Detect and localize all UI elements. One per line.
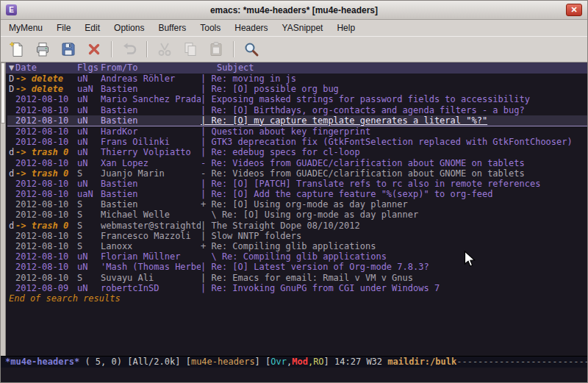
message-row[interactable]: 2012-08-10uNBastien| Re: [O] Birthdays, … (7, 105, 587, 115)
message-subject: | Re: moving in js (201, 74, 587, 84)
window-close-button[interactable]: ✕ (566, 4, 582, 16)
message-flags: uN (77, 137, 101, 147)
message-row[interactable]: 2012-08-10SMichael Welle \ Re: [O] Using… (7, 210, 587, 220)
message-row[interactable]: d-> trash 0SJuanjo Marin- Re: Videos fro… (7, 168, 587, 179)
message-row[interactable]: d-> trash 0Swebmaster@straightd...| The … (7, 221, 587, 231)
message-row[interactable]: 2012-08-10uNMario Sanchez Prada| Exposin… (7, 94, 587, 104)
toolbar (1, 36, 587, 62)
message-subject: | Re: [O] Latest version of Org-mode 7.8… (201, 262, 587, 272)
message-from: 'Mash (Thomas Herbert) (101, 262, 201, 272)
search-icon (243, 40, 260, 58)
search-button[interactable] (241, 39, 262, 60)
message-row[interactable]: 2012-08-10uNHardKor| Question about key … (7, 126, 587, 137)
menu-item-headers[interactable]: Headers (229, 21, 273, 35)
message-subject: \ Re: Compiling glib applications (201, 251, 587, 262)
message-from: Mario Sanchez Prada (101, 94, 201, 104)
message-mark (7, 262, 15, 272)
message-date: 2012-08-10 (15, 210, 77, 220)
undo-icon (121, 40, 138, 58)
message-from: Bastien (101, 84, 201, 94)
message-from: Juanjo Marin (101, 168, 201, 179)
column-header-from[interactable]: From/To (101, 62, 201, 74)
message-row[interactable]: 2012-08-10uNXan Lopez- Re: Videos from G… (7, 158, 587, 168)
message-row[interactable]: d-> trash 0uNThierry Volpiatto| Re: edeb… (7, 147, 587, 157)
message-mark: D (7, 74, 15, 84)
menu-item-buffers[interactable]: Buffers (152, 21, 192, 35)
message-row[interactable]: 2012-08-10uN'Mash (Thomas Herbert)| Re: … (7, 262, 587, 272)
message-row[interactable]: 2012-08-10uNFrans Oilinki| GTK3 deprecat… (7, 137, 587, 147)
message-date: -> delete (15, 74, 77, 84)
message-flags: uN (77, 74, 101, 84)
close-buffer-button[interactable] (84, 39, 104, 60)
scrollbar-thumb[interactable] (1, 62, 5, 124)
message-date: 2012-08-10 (15, 241, 77, 251)
message-mark (7, 283, 15, 293)
print-icon (34, 40, 51, 58)
column-header-date[interactable]: Date (15, 62, 77, 74)
new-file-button[interactable] (7, 39, 27, 60)
message-row[interactable]: 2012-08-10uNBastien| Re: [O] my capture … (7, 115, 587, 126)
menu-item-options[interactable]: Options (108, 21, 150, 35)
cut-icon (156, 40, 173, 58)
message-mark (7, 189, 15, 199)
message-row[interactable]: 2012-08-10uNBastien| Re: [O] [PATCH] Tra… (7, 179, 587, 189)
message-row[interactable]: 2012-08-10SLanoxx+ Re: Compiling glib ap… (7, 241, 587, 251)
message-subject: | Re: [O] [PATCH] Translate refs to rc a… (201, 179, 587, 189)
modeline[interactable]: *mu4e-headers* ( 5, 0) [All/2.0k] [mu4e-… (1, 356, 587, 368)
message-row[interactable]: 2012-08-09uNrobertcInSD| Re: Invoking Gn… (7, 283, 587, 293)
message-mark (7, 115, 15, 126)
message-subject: | Exposing masked strings for password f… (201, 94, 587, 104)
modeline-segment: ---------------------------------------- (456, 357, 587, 367)
save-button[interactable] (58, 39, 79, 60)
modeline-segment: Mod (292, 357, 308, 367)
message-mark (7, 210, 15, 220)
undo-button (119, 39, 140, 60)
message-mark (7, 158, 15, 168)
menubar: MyMenuFileEditOptionsBuffersToolsHeaders… (1, 20, 587, 36)
print-button[interactable] (32, 39, 53, 60)
menu-item-yasnippet[interactable]: YASnippet (276, 21, 329, 35)
menu-item-file[interactable]: File (51, 21, 76, 35)
message-flags: S (77, 210, 101, 220)
message-mark (7, 137, 15, 147)
message-from: Bastien (101, 189, 201, 199)
modeline-segment: [All/2.0k] (127, 357, 185, 367)
column-header-flags[interactable]: Flgs (77, 62, 101, 74)
menu-item-help[interactable]: Help (331, 21, 361, 35)
sort-direction-icon[interactable]: ▼ (7, 62, 15, 74)
close-icon: ✕ (570, 5, 577, 14)
message-row[interactable]: 2012-08-10SBastien+ Re: [O] Using org-mo… (7, 199, 587, 210)
toolbar-separator (233, 41, 234, 57)
message-flags: S (77, 273, 101, 283)
message-mark (7, 94, 15, 104)
menu-item-mymenu[interactable]: MyMenu (3, 21, 49, 35)
message-subject: \ Re: [O] Using org-mode as day planner (201, 210, 587, 220)
message-from: Thierry Volpiatto (101, 147, 201, 157)
column-header-subject[interactable]: Subject (201, 62, 587, 74)
message-row[interactable]: 2012-08-10SSuvayu Ali| Re: Emacs for ema… (7, 273, 587, 283)
message-row[interactable]: 2012-08-10uNFlorian Müllner \ Re: Compil… (7, 251, 587, 262)
message-row[interactable]: D-> deleteuNAndreas Röhler| Re: moving i… (7, 74, 587, 84)
message-date: 2012-08-10 (15, 273, 77, 283)
message-from: Bastien (101, 179, 201, 189)
message-from: Lanoxx (101, 241, 201, 251)
message-flags: uN (77, 115, 101, 126)
titlebar[interactable]: E emacs: *mu4e-headers* [mu4e-headers] ✕ (1, 1, 587, 20)
modeline-segment: *mu4e-headers* (5, 357, 79, 367)
echo-area[interactable] (1, 368, 587, 382)
message-flags: uN (77, 179, 101, 189)
window-title: emacs: *mu4e-headers* [mu4e-headers] (1, 5, 587, 15)
message-row[interactable]: 2012-08-10uaNBastien| Re: [O] Add the ca… (7, 189, 587, 199)
message-mark: d (7, 147, 15, 157)
message-row[interactable]: 2012-08-10SFrancesco Mazzoli| Slow NNTP … (7, 231, 587, 241)
message-from: Bastien (101, 199, 201, 210)
message-date: 2012-08-10 (15, 189, 77, 199)
message-flags: uN (77, 147, 101, 157)
message-subject: | Slow NNTP folders (201, 231, 587, 241)
message-row[interactable]: D-> deleteuaNBastien| Re: [O] possible o… (7, 84, 587, 94)
message-from: Bastien (101, 115, 201, 126)
scrollbar[interactable] (1, 62, 6, 356)
menu-item-tools[interactable]: Tools (194, 21, 226, 35)
menu-item-edit[interactable]: Edit (79, 21, 106, 35)
close-buffer-icon (85, 40, 103, 58)
